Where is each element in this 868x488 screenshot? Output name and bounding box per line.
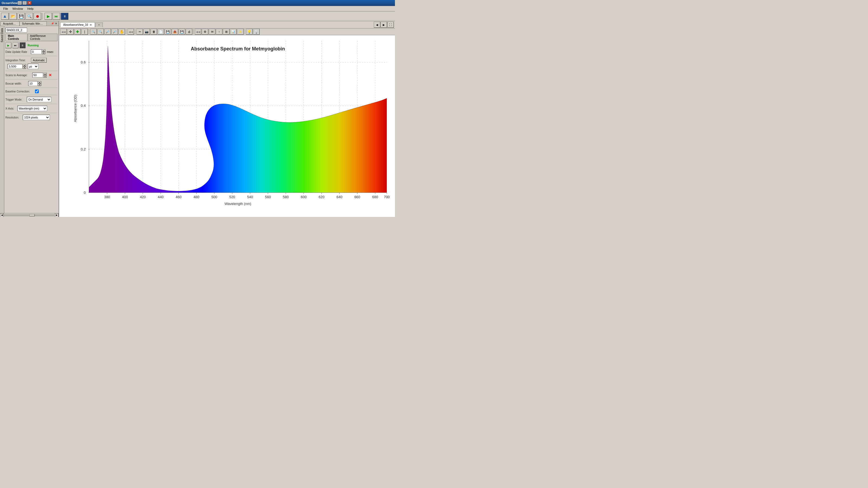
- zoom-rect-btn[interactable]: 🔍: [90, 29, 97, 35]
- tool-upload-btn[interactable]: ↑: [216, 29, 222, 35]
- chart-tab-new[interactable]: +: [95, 23, 102, 27]
- integration-time-input[interactable]: [8, 64, 23, 69]
- svg-text:460: 460: [176, 195, 182, 199]
- tool-effects-btn[interactable]: ✨: [237, 29, 244, 35]
- history-back-btn[interactable]: ◀◀: [127, 29, 134, 35]
- scroll-right-btn[interactable]: ▶: [55, 214, 59, 217]
- zoom-fit-btn[interactable]: 🔎: [112, 29, 118, 35]
- toolbar-play-btn[interactable]: ▶: [44, 13, 52, 20]
- tool-config-btn[interactable]: ⚙: [202, 29, 208, 35]
- boxcar-width-label: Boxcar width:: [5, 82, 27, 85]
- svg-text:0.2: 0.2: [81, 147, 86, 151]
- svg-text:0.6: 0.6: [81, 60, 86, 64]
- acq-tab-acquisition[interactable]: Acquisition Gr...: [1, 22, 20, 26]
- acquisition-tab-area: Acquisition Gr... Schematic Window 📌 ✕: [0, 21, 59, 26]
- toolbar-logo-btn[interactable]: ▲: [1, 13, 9, 20]
- resolution-select[interactable]: 1024 pixels 2048 pixels 512 pixels: [23, 115, 50, 120]
- controls-tabs: Main Controls Add/Remove Controls: [5, 34, 58, 41]
- boxcar-width-down[interactable]: ▼: [38, 84, 41, 86]
- integration-time-up[interactable]: ▲: [23, 64, 26, 66]
- zoom-out-btn[interactable]: 🔎: [104, 29, 111, 35]
- boxcar-width-input[interactable]: [28, 81, 38, 86]
- action-save2-btn[interactable]: 💾: [179, 29, 185, 35]
- data-update-rate-up[interactable]: ▲: [42, 50, 45, 52]
- action-new-btn[interactable]: 📄: [158, 29, 164, 35]
- scans-to-avg-up[interactable]: ▲: [43, 73, 46, 75]
- play-button[interactable]: ▶: [5, 42, 11, 48]
- data-update-rate-arrows: ▲ ▼: [42, 50, 45, 54]
- scroll-track[interactable]: [4, 214, 55, 216]
- titlebar-buttons[interactable]: — □ ✕: [18, 1, 32, 5]
- pause-button[interactable]: ⏸: [20, 42, 26, 48]
- x-axis-select[interactable]: Wavelength (nm) Pixel Wavenumber: [18, 106, 47, 111]
- chart-tab-absorbanceview[interactable]: AbsorbanceView_16 ✕: [60, 22, 95, 27]
- maximize-button[interactable]: □: [23, 1, 27, 5]
- chart-nav-next-btn[interactable]: ▶: [380, 22, 387, 28]
- nav-rewind-btn[interactable]: ◀◀: [60, 29, 67, 35]
- tool-table-btn[interactable]: ⊞: [223, 29, 229, 35]
- boxcar-width-up[interactable]: ▲: [38, 81, 41, 84]
- toolbar-record-btn[interactable]: ⏺: [34, 13, 41, 20]
- chart-nav-prev-btn[interactable]: ◀: [374, 22, 380, 28]
- scans-to-avg-input[interactable]: [32, 73, 43, 77]
- toolbar-save-btn[interactable]: 💾: [18, 13, 25, 20]
- data-update-rate-row: Data Update Rate ▲ ▼ msec: [5, 50, 58, 54]
- nav-line-btn[interactable]: |: [82, 29, 88, 35]
- zoom-pan-btn[interactable]: ✋: [119, 29, 125, 35]
- nav-add-btn[interactable]: ✚: [74, 29, 81, 35]
- tool-chart-btn[interactable]: 📊: [230, 29, 237, 35]
- serial-number-field[interactable]: [5, 28, 27, 33]
- app-title: OceanView: [2, 1, 18, 5]
- scroll-left-btn[interactable]: ◀: [0, 214, 4, 217]
- scans-to-avg-down[interactable]: ▼: [43, 75, 46, 77]
- trigger-mode-select[interactable]: On Demand External Software: [27, 97, 51, 102]
- integration-time-unit-select[interactable]: µs ms s: [28, 64, 38, 69]
- svg-text:420: 420: [140, 195, 146, 199]
- panel-scrollbar[interactable]: ◀ ▶: [0, 213, 59, 217]
- boxcar-width-spinner: ▲ ▼: [28, 81, 41, 86]
- step-button[interactable]: ⏭: [12, 42, 19, 48]
- action-save-btn[interactable]: 💾: [165, 29, 171, 35]
- scroll-thumb[interactable]: [29, 214, 35, 216]
- integration-time-down[interactable]: ▼: [23, 66, 26, 69]
- toolbar-search-btn[interactable]: 🔍: [26, 13, 33, 20]
- data-update-rate-spinner: ▲ ▼: [31, 50, 45, 54]
- saved-data-area: Saved Data: [0, 26, 4, 213]
- nav-cursor-btn[interactable]: ✛: [67, 29, 74, 35]
- action-scissor-btn[interactable]: ✂: [136, 29, 143, 35]
- scans-to-avg-clear[interactable]: ✕: [49, 73, 52, 77]
- chart-tab-close[interactable]: ✕: [90, 24, 92, 26]
- integration-time-row: Integration Time: Automatic: [5, 58, 58, 63]
- chart-nav-expand-btn[interactable]: ⛶: [388, 22, 394, 28]
- menubar: File Window Help: [0, 6, 395, 11]
- action-camera-btn[interactable]: 📷: [144, 29, 150, 35]
- data-update-rate-input[interactable]: [31, 50, 42, 54]
- zoom-in-btn[interactable]: 🔍: [97, 29, 104, 35]
- toolbar-pause-btn[interactable]: ⏸: [61, 13, 68, 20]
- toolbar-next-btn[interactable]: ⏭: [53, 13, 60, 20]
- close-button[interactable]: ✕: [27, 1, 32, 5]
- playback-controls-row: ▶ ⏭ ⏸ Running: [5, 42, 58, 48]
- action-print-btn[interactable]: 🖨: [186, 29, 192, 35]
- tab-main-controls[interactable]: Main Controls: [5, 34, 27, 41]
- menu-file[interactable]: File: [1, 6, 10, 11]
- menu-window[interactable]: Window: [10, 6, 25, 11]
- baseline-correction-checkbox[interactable]: [35, 90, 39, 93]
- action-export-btn[interactable]: 📤: [172, 29, 178, 35]
- integration-time-auto-btn[interactable]: Automatic: [31, 58, 46, 63]
- nav-sep-2: [126, 29, 126, 34]
- minimize-button[interactable]: —: [18, 1, 22, 5]
- data-update-rate-down[interactable]: ▼: [42, 52, 45, 54]
- acq-tab-schematic[interactable]: Schematic Window: [20, 22, 46, 26]
- light-on-btn[interactable]: 💡: [246, 29, 252, 35]
- tool-back-btn[interactable]: ◀◀: [195, 29, 201, 35]
- tool-email-btn[interactable]: ✉: [209, 29, 215, 35]
- menu-help[interactable]: Help: [25, 6, 36, 11]
- light-off-btn[interactable]: 💡: [253, 29, 259, 35]
- tab-add-remove-controls[interactable]: Add/Remove Controls: [28, 34, 58, 41]
- panel-pin-button[interactable]: 📌: [51, 22, 54, 26]
- x-axis-title: Wavelength (nm): [225, 202, 251, 206]
- action-delete-btn[interactable]: 🗑: [151, 29, 157, 35]
- toolbar-open-btn[interactable]: 📂: [9, 13, 17, 20]
- panel-close-button[interactable]: ✕: [54, 22, 58, 26]
